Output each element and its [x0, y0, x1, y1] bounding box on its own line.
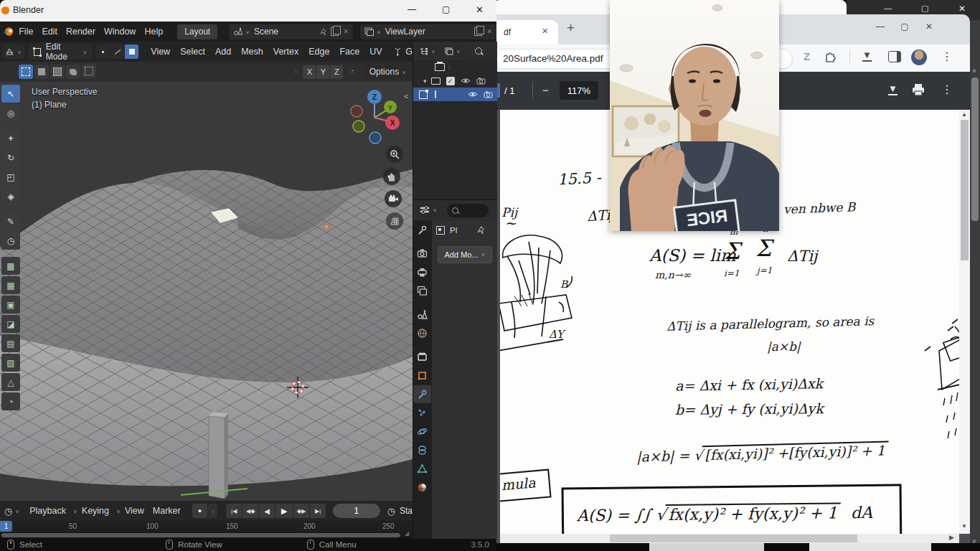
extension-z-icon[interactable]: Z	[804, 50, 810, 62]
pan-view-button[interactable]	[383, 168, 400, 185]
side-panel-icon[interactable]	[888, 51, 901, 62]
prev-keyframe-button[interactable]: ◀◆	[242, 504, 258, 518]
menu-window[interactable]: Window	[100, 24, 140, 39]
tool-select-tweak[interactable]: ↖	[1, 85, 20, 103]
menu-mesh[interactable]: Mesh	[236, 47, 268, 57]
viewport-3d[interactable]: User Perspective (1) Plane ↖ ◎ + ↻ ◰ ◈ ✎…	[0, 82, 413, 501]
viewlayer-selector[interactable]: ∨ ViewLayer ✕	[360, 24, 496, 39]
playback-menu[interactable]: Playback	[25, 503, 70, 519]
render-visibility-camera-icon[interactable]	[484, 91, 493, 98]
keying-menu[interactable]: Keying	[77, 503, 113, 519]
browser-active-tab[interactable]: df ✕	[496, 20, 558, 44]
marker-menu[interactable]: Marker	[149, 503, 185, 519]
add-modifier-button[interactable]: Add Mo... ∨	[438, 246, 492, 263]
menu-face[interactable]: Face	[334, 47, 364, 57]
pdf-scroll-right-icon[interactable]: ▶	[949, 534, 954, 541]
blender-logo-icon[interactable]	[2, 27, 14, 37]
zoom-out-button[interactable]: −	[542, 84, 549, 96]
jump-to-start-button[interactable]: |◀	[226, 504, 242, 518]
menu-edge[interactable]: Edge	[303, 47, 334, 57]
mirror-z-button[interactable]: Z	[330, 65, 343, 79]
render-visibility-camera-icon[interactable]	[476, 77, 486, 85]
blender-close-button[interactable]: ✕	[476, 4, 484, 15]
navigation-gizmo[interactable]: Z Y X	[349, 85, 406, 146]
pdf-download-icon[interactable]: ▼	[888, 83, 897, 95]
blender-maximize-button[interactable]: ▢	[442, 4, 450, 14]
properties-search-field[interactable]	[447, 204, 489, 217]
tool-spin[interactable]: △	[1, 373, 20, 391]
timeline-scrollbar-thumb[interactable]	[1, 533, 400, 537]
browser-menu-kebab-icon[interactable]: ⋮	[941, 50, 953, 63]
vertex-select-mode-button[interactable]	[96, 44, 110, 59]
extensions-puzzle-icon[interactable]	[824, 51, 837, 64]
transform-orientation-icon[interactable]	[393, 47, 402, 57]
menu-file[interactable]: File	[14, 24, 37, 39]
zoom-view-button[interactable]	[386, 146, 403, 163]
tool-measure[interactable]: ◷	[1, 232, 20, 250]
play-reverse-button[interactable]: ◀	[259, 504, 275, 518]
blender-titlebar[interactable]: Blender — ▢ ✕	[0, 0, 496, 22]
jump-to-end-button[interactable]: ▶|	[310, 504, 326, 518]
new-tab-button[interactable]: +	[567, 20, 575, 36]
tab-physics[interactable]	[413, 423, 431, 441]
select-intersect-tool-button[interactable]	[82, 64, 96, 78]
pdf-horizontal-scrollbar[interactable]: ▶	[500, 534, 959, 543]
tab-close-icon[interactable]: ✕	[542, 27, 548, 36]
scene-selector[interactable]: ∨ Scene ✕	[229, 24, 353, 39]
tab-modifiers[interactable]	[413, 385, 431, 403]
tab-world[interactable]	[413, 324, 431, 342]
timeline-scrollbar[interactable]: ◢	[0, 532, 413, 538]
tab-collection-props[interactable]	[413, 348, 431, 366]
tab-view-layer[interactable]	[413, 282, 431, 300]
play-button[interactable]: ▶	[275, 504, 293, 518]
tab-particles[interactable]	[413, 404, 431, 422]
properties-editor-type-button[interactable]: ∨	[417, 203, 440, 217]
auto-key-button[interactable]: ●	[192, 504, 208, 518]
editor-type-button[interactable]: ∨	[2, 44, 24, 59]
mirror-y-button[interactable]: Y	[316, 65, 329, 79]
menu-uv[interactable]: UV	[364, 47, 387, 57]
menu-render[interactable]: Render	[62, 24, 100, 39]
outliner-search-icon[interactable]	[475, 47, 482, 55]
hide-eye-icon[interactable]	[468, 91, 478, 98]
breadcrumb-object-label[interactable]: Pl	[450, 226, 457, 235]
bg-maximize-button[interactable]: ▢	[921, 4, 928, 13]
tool-smooth[interactable]: ◔	[1, 392, 20, 410]
select-lasso-tool-button[interactable]	[66, 65, 80, 79]
webcam-overlay[interactable]: RICE	[610, 0, 779, 231]
orientation-label[interactable]: G	[405, 47, 413, 57]
menu-vertex[interactable]: Vertex	[268, 47, 303, 57]
pdf-hscrollbar-thumb[interactable]	[610, 534, 857, 542]
menu-add[interactable]: Add	[210, 47, 236, 57]
outliner-scene-collection-row[interactable]: ∶	[413, 60, 497, 74]
select-box-tool-button[interactable]	[34, 65, 49, 79]
outliner-filter-button[interactable]: ∨	[442, 44, 463, 57]
timeline-ruler[interactable]: 50 100 150 200 250 1	[0, 521, 413, 532]
auto-key-dropdown[interactable]: ∨	[208, 504, 217, 518]
tool-rotate[interactable]: ↻	[1, 149, 20, 166]
edge-select-mode-button[interactable]	[110, 44, 124, 59]
pdf-print-icon[interactable]	[911, 83, 925, 97]
menu-edit[interactable]: Edit	[37, 24, 62, 39]
camera-view-button[interactable]	[385, 190, 402, 207]
browser-minimize-button[interactable]: —	[868, 19, 892, 34]
tool-loop-cut[interactable]: ◪	[1, 315, 20, 333]
menu-view[interactable]: View	[146, 47, 175, 57]
sidebar-collapse-icon[interactable]: <	[404, 92, 408, 100]
tool-transform[interactable]: ◈	[1, 187, 20, 205]
pdf-vertical-scrollbar[interactable]: ▲ ▼	[959, 110, 970, 534]
options-dropdown[interactable]: Options ∨	[363, 65, 413, 80]
expand-icon[interactable]: ▾	[423, 77, 427, 85]
tool-move[interactable]: +	[1, 129, 20, 147]
start-frame-label[interactable]: Sta	[400, 506, 413, 516]
tab-render[interactable]	[413, 245, 431, 263]
tool-scale[interactable]: ◰	[1, 168, 20, 186]
tweak-tool-button[interactable]	[19, 65, 33, 79]
bg-scroll-up-icon[interactable]: ∧	[972, 67, 976, 74]
pin-icon[interactable]	[477, 226, 485, 235]
tab-object-data[interactable]	[413, 460, 431, 478]
outliner-collection-row[interactable]: ▾ ✓	[413, 74, 497, 88]
bg-scrollbar-thumb[interactable]	[971, 77, 979, 221]
tool-cursor[interactable]: ◎	[1, 104, 20, 122]
pdf-scroll-down-icon[interactable]: ▼	[961, 523, 967, 529]
